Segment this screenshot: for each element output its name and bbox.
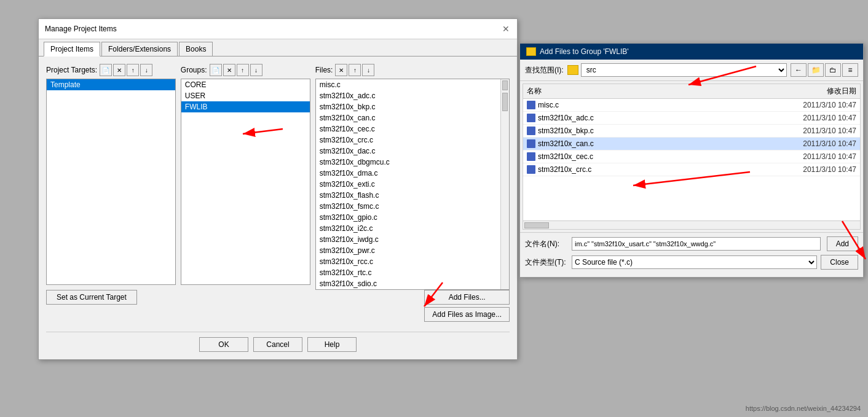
cancel-button[interactable]: Cancel	[253, 337, 302, 352]
add-files-toolbar: 查找范围(I): src ← 📁 🗀 ≡	[520, 60, 863, 81]
file-name-input[interactable]	[572, 237, 821, 251]
list-item[interactable]: stm32f10x_i2c.c	[316, 223, 500, 234]
project-targets-list[interactable]: Template	[46, 79, 176, 285]
groups-list[interactable]: CORE USER FWLIB	[181, 79, 310, 285]
filename-row: 文件名(N): Add	[525, 236, 858, 251]
delete-group-icon[interactable]: ✕	[223, 64, 235, 76]
search-range-select[interactable]: src	[581, 63, 787, 77]
file-icon	[527, 101, 535, 109]
move-down-target-icon[interactable]: ↓	[140, 64, 152, 76]
view-icon[interactable]: ≡	[842, 63, 858, 77]
list-item[interactable]: stm32f10x_bkp.c	[316, 101, 500, 112]
list-item[interactable]: stm32f10x_can.c	[316, 112, 500, 123]
delete-file-icon[interactable]: ✕	[335, 64, 347, 76]
scroll-thumb-h[interactable]	[524, 222, 549, 228]
file-name-label: 文件名(N):	[525, 239, 568, 249]
file-list-item[interactable]: stm32f10x_bkp.c 2011/3/10 10:47	[523, 125, 860, 138]
main-dialog-title: Manage Project Items	[45, 25, 117, 33]
files-list-container: misc.c stm32f10x_adc.c stm32f10x_bkp.c s…	[315, 79, 510, 290]
list-item[interactable]: stm32f10x_sdio.c	[316, 278, 500, 289]
list-item[interactable]: USER	[181, 90, 310, 101]
ok-button[interactable]: OK	[199, 337, 248, 352]
list-item[interactable]: stm32f10x_pwr.c	[316, 245, 500, 256]
move-up-file-icon[interactable]: ↑	[349, 64, 361, 76]
file-date: 2011/3/10 10:47	[770, 127, 856, 135]
file-type-label: 文件类型(T):	[525, 257, 568, 268]
add-files-titlebar: Add Files to Group 'FWLIB'	[520, 44, 863, 60]
back-icon[interactable]: ←	[791, 63, 807, 77]
file-list-item[interactable]: stm32f10x_adc.c 2011/3/10 10:47	[523, 112, 860, 125]
main-dialog-close-icon[interactable]: ✕	[501, 24, 511, 34]
up-folder-icon[interactable]: 📁	[808, 63, 824, 77]
list-item[interactable]: stm32f10x_adc.c	[316, 90, 500, 101]
list-item[interactable]: stm32f10x_dbgmcu.c	[316, 157, 500, 168]
horizontal-scrollbar[interactable]	[523, 221, 861, 230]
filetype-row: 文件类型(T): C Source file (*.c) Close	[525, 255, 858, 270]
file-name: stm32f10x_can.c	[538, 139, 770, 148]
list-item[interactable]: misc.c	[316, 79, 500, 90]
files-inner-list[interactable]: misc.c stm32f10x_adc.c stm32f10x_bkp.c s…	[316, 79, 500, 289]
file-date: 2011/3/10 10:47	[770, 114, 856, 122]
groups-icons: 📄 ✕ ↑ ↓	[210, 64, 262, 76]
action-row: Set as Current Target Add Files... Add F…	[46, 290, 510, 322]
file-name: misc.c	[538, 101, 770, 109]
list-item[interactable]: stm32f10x_fsmc.c	[316, 201, 500, 212]
file-type-select[interactable]: C Source file (*.c)	[572, 255, 817, 269]
list-item[interactable]: stm32f10x_gpio.c	[316, 212, 500, 223]
file-icon	[527, 127, 535, 135]
move-up-target-icon[interactable]: ↑	[127, 64, 139, 76]
files-scrollbar[interactable]	[500, 79, 509, 289]
move-down-file-icon[interactable]: ↓	[362, 64, 374, 76]
add-files-content: 名称 修改日期 misc.c 2011/3/10 10:47 stm32f10x…	[520, 81, 863, 232]
file-icon	[527, 139, 535, 148]
scroll-thumb[interactable]	[502, 93, 508, 111]
files-header: Files: ✕ ↑ ↓	[315, 64, 510, 76]
delete-target-icon[interactable]: ✕	[113, 64, 125, 76]
list-item[interactable]: stm32f10x_dac.c	[316, 146, 500, 157]
list-item[interactable]: stm32f10x_crc.c	[316, 134, 500, 146]
file-list-body[interactable]: misc.c 2011/3/10 10:47 stm32f10x_adc.c 2…	[523, 98, 861, 221]
tab-folders-extensions[interactable]: Folders/Extensions	[101, 42, 178, 56]
file-list-item[interactable]: stm32f10x_crc.c 2011/3/10 10:47	[523, 163, 860, 176]
groups-label: Groups:	[181, 66, 207, 74]
toolbar-nav-icons: ← 📁 🗀 ≡	[791, 63, 858, 77]
list-item[interactable]: stm32f10x_flash.c	[316, 190, 500, 201]
set-as-current-target-button[interactable]: Set as Current Target	[46, 290, 137, 305]
help-button[interactable]: Help	[307, 337, 357, 352]
list-item[interactable]: stm32f10x_rtc.c	[316, 267, 500, 278]
file-list-item[interactable]: stm32f10x_can.c 2011/3/10 10:47	[523, 138, 860, 150]
folder-icon	[526, 47, 536, 56]
tab-project-items[interactable]: Project Items	[44, 42, 100, 57]
new-target-icon[interactable]: 📄	[100, 64, 112, 76]
file-date: 2011/3/10 10:47	[770, 139, 856, 148]
close-dialog-button[interactable]: Close	[821, 255, 858, 270]
list-item[interactable]: FWLIB	[181, 101, 310, 112]
list-item[interactable]: Template	[47, 79, 175, 90]
list-item[interactable]: stm32f10x_exti.c	[316, 179, 500, 190]
move-up-group-icon[interactable]: ↑	[237, 64, 249, 76]
list-item[interactable]: stm32f10x_iwdg.c	[316, 234, 500, 245]
add-button[interactable]: Add	[827, 236, 858, 251]
list-item[interactable]: CORE	[181, 79, 310, 90]
project-targets-header: Project Targets: 📄 ✕ ↑ ↓	[46, 64, 176, 76]
new-group-icon[interactable]: 📄	[210, 64, 222, 76]
file-date: 2011/3/10 10:47	[770, 165, 856, 174]
add-files-as-image-button[interactable]: Add Files as Image...	[424, 307, 510, 322]
move-down-group-icon[interactable]: ↓	[250, 64, 262, 76]
folder-icon-small	[567, 65, 578, 75]
list-item[interactable]: stm32f10x_cec.c	[316, 123, 500, 134]
list-item[interactable]: stm32f10x_dma.c	[316, 168, 500, 179]
file-name: stm32f10x_adc.c	[538, 114, 770, 122]
tab-books[interactable]: Books	[179, 42, 213, 56]
search-range-label: 查找范围(I):	[525, 65, 564, 76]
list-item[interactable]: stm32f10x_rcc.c	[316, 256, 500, 267]
add-files-title: Add Files to Group 'FWLIB'	[540, 47, 629, 56]
file-list-item[interactable]: misc.c 2011/3/10 10:47	[523, 99, 860, 112]
file-list-header: 名称 修改日期	[523, 84, 861, 98]
col-date-header: 修改日期	[770, 86, 856, 96]
main-dialog-tabs: Project Items Folders/Extensions Books	[39, 39, 517, 57]
add-files-button[interactable]: Add Files...	[424, 290, 510, 305]
file-list-item[interactable]: stm32f10x_cec.c 2011/3/10 10:47	[523, 150, 860, 163]
dialog-action-row: OK Cancel Help	[46, 332, 510, 352]
new-folder-icon[interactable]: 🗀	[825, 63, 841, 77]
